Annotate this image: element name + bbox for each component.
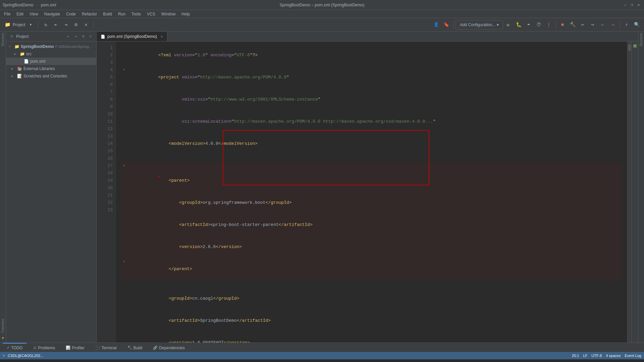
status-left: ⑂ CSDL@CAOGL202... bbox=[3, 354, 44, 358]
run-button[interactable]: ▶ bbox=[504, 20, 513, 29]
right-structure-panel: Structure bbox=[638, 32, 644, 343]
profiler-label: Profiler bbox=[72, 346, 85, 350]
settings-button[interactable]: ⚙ bbox=[71, 20, 80, 29]
project-folder-icon: 📁 bbox=[14, 44, 19, 49]
redo-button[interactable]: ↪ bbox=[588, 20, 597, 29]
tree-item-pom[interactable]: ▶ 📄 pom.xml bbox=[6, 58, 96, 65]
status-bar: ⑂ CSDL@CAOGL202... 25:1 LF UTF-8 4 space… bbox=[0, 352, 644, 359]
menu-edit[interactable]: Edit bbox=[14, 11, 26, 17]
add-configuration-button[interactable]: Add Configuration... ▾ bbox=[455, 20, 503, 29]
favorites-star-icon[interactable]: ★ bbox=[1, 335, 5, 340]
menu-run[interactable]: Run bbox=[115, 11, 128, 17]
problems-icon: ⚠ bbox=[33, 346, 37, 350]
toolbar-separator-3 bbox=[453, 21, 453, 28]
editor-scrollbar[interactable] bbox=[627, 42, 631, 343]
panel-settings-icon[interactable]: ⚙ bbox=[9, 34, 15, 40]
panel-close-icon[interactable]: ✕ bbox=[88, 34, 94, 40]
undo-button[interactable]: ↩ bbox=[578, 20, 587, 29]
profiler-icon: 📊 bbox=[66, 346, 70, 350]
menu-window[interactable]: Window bbox=[159, 11, 178, 17]
code-line-6 bbox=[121, 155, 622, 162]
menu-help[interactable]: Help bbox=[179, 11, 193, 17]
menu-file[interactable]: File bbox=[1, 11, 13, 17]
more-run-button[interactable]: ⋮ bbox=[544, 20, 553, 29]
sync-button[interactable]: ↻ bbox=[41, 20, 50, 29]
tree-label-pom: pom.xml bbox=[30, 59, 45, 64]
expand-button[interactable]: ⇥ bbox=[61, 20, 70, 29]
external-tool-button[interactable]: ⚡ bbox=[622, 20, 631, 29]
bottom-tab-dependencies[interactable]: 🔗 Dependencies bbox=[149, 343, 189, 352]
indent[interactable]: 4 spaces bbox=[606, 354, 621, 358]
bottom-tab-build[interactable]: 🔨 Build bbox=[123, 343, 147, 352]
dependencies-icon: 🔗 bbox=[153, 346, 158, 350]
bottom-tab-todo[interactable]: ✓ TODO bbox=[3, 343, 26, 352]
file-tree-panel: ⚙ Project ⇤ ⇥ ⚙ ✕ ▾ 📁 SpringBootDemo F:\… bbox=[6, 32, 97, 343]
stop-button[interactable]: ■ bbox=[558, 20, 567, 29]
search-button[interactable]: 🔍 bbox=[632, 20, 641, 29]
tab-label: pom.xml (SpringBootDemo) bbox=[107, 34, 157, 39]
app-name: SpringBootDemo bbox=[3, 3, 33, 7]
scroll-thumb[interactable] bbox=[628, 44, 631, 51]
menu-tools[interactable]: Tools bbox=[129, 11, 144, 17]
menu-view[interactable]: View bbox=[27, 11, 41, 17]
tree-item-scratches[interactable]: ▶ 📝 Scratches and Consoles bbox=[6, 72, 96, 80]
line-col[interactable]: 25:1 bbox=[572, 354, 579, 358]
event-log[interactable]: Event Log bbox=[625, 354, 641, 358]
panel-expand-icon[interactable]: ⇥ bbox=[73, 34, 79, 40]
code-line-12 bbox=[121, 280, 622, 288]
structure-panel-label[interactable]: Structure bbox=[639, 33, 643, 47]
sidebar-tab-favorites[interactable]: Favorites bbox=[1, 319, 5, 333]
sidebar-tab-structure[interactable]: Structure bbox=[1, 33, 5, 47]
git-icon: ⑂ bbox=[3, 354, 5, 358]
bookmark-button[interactable]: 🔖 bbox=[442, 20, 451, 29]
line-ending: LF bbox=[583, 354, 587, 358]
code-line-13: <groupId>cn.caogl</groupId> bbox=[121, 288, 622, 310]
bottom-tab-profiler[interactable]: 📊 Profiler bbox=[62, 343, 89, 352]
bottom-tab-terminal[interactable]: ⬛ Terminal bbox=[91, 343, 120, 352]
tab-bar: 📄 pom.xml (SpringBootDemo) ✕ bbox=[97, 32, 638, 42]
profile-icon: 👤 bbox=[432, 20, 441, 29]
code-editor[interactable]: 1 2 3 4 5 6 7 8 9 10 11 12 13 14 15 16 1… bbox=[97, 42, 638, 343]
file-valid-indicator bbox=[633, 44, 637, 48]
left-sidebar-tabs: Structure Favorites ★ bbox=[0, 32, 6, 343]
tree-item-external-libs[interactable]: ▶ 📚 External Libraries bbox=[6, 65, 96, 72]
menu-refactor[interactable]: Refactor bbox=[79, 11, 100, 17]
build-button[interactable]: 🔨 bbox=[568, 20, 577, 29]
project-dropdown-arrow[interactable]: ▾ bbox=[26, 20, 35, 29]
tab-close-icon[interactable]: ✕ bbox=[160, 35, 163, 39]
tree-label-root: SpringBootDemo bbox=[21, 44, 54, 49]
menu-navigate[interactable]: Navigate bbox=[42, 11, 63, 17]
code-line-2: ▾ <project xmlns="http://maven.apache.or… bbox=[121, 66, 622, 88]
encoding[interactable]: UTF-8 bbox=[591, 354, 602, 358]
profile-run-button[interactable]: ⏱ bbox=[534, 20, 543, 29]
close-button[interactable]: ✕ bbox=[636, 2, 641, 8]
toolbar-group-run: 👤 🔖 Add Configuration... ▾ ▶ 🐛 ☂ ⏱ ⋮ ■ 🔨… bbox=[432, 20, 641, 29]
toolbar-separator-1 bbox=[38, 21, 38, 28]
tree-arrow-external: ▶ bbox=[11, 67, 15, 71]
git-branch[interactable]: CSDL@CAOGL202... bbox=[8, 354, 44, 358]
panel-gear-icon[interactable]: ⚙ bbox=[80, 34, 86, 40]
tab-filename: pom.xml bbox=[41, 3, 56, 7]
coverage-button[interactable]: ☂ bbox=[524, 20, 533, 29]
minimize-button[interactable]: — bbox=[623, 2, 628, 8]
bottom-tab-problems[interactable]: ⚠ Problems bbox=[29, 343, 59, 352]
tree-arrow-src: ▶ bbox=[14, 52, 18, 56]
menu-code[interactable]: Code bbox=[63, 11, 78, 17]
tree-item-root[interactable]: ▾ 📁 SpringBootDemo F:\IDEA\csdn\Spring..… bbox=[6, 43, 96, 50]
title-bar: SpringBootDemo – pom.xml SpringBootDemo … bbox=[0, 0, 644, 10]
menu-vcs[interactable]: VCS bbox=[144, 11, 158, 17]
collapse-button[interactable]: ⇤ bbox=[51, 20, 60, 29]
library-icon: 📚 bbox=[17, 66, 22, 71]
tab-pom-xml[interactable]: 📄 pom.xml (SpringBootDemo) ✕ bbox=[97, 32, 167, 41]
debug-button[interactable]: 🐛 bbox=[514, 20, 523, 29]
toolbar-group-nav: ↻ ⇤ ⇥ ⚙ ✕ bbox=[41, 20, 91, 29]
panel-collapse-icon[interactable]: ⇤ bbox=[65, 34, 71, 40]
back-button[interactable]: ← bbox=[598, 20, 607, 29]
close-panel-button[interactable]: ✕ bbox=[81, 20, 91, 29]
menu-build[interactable]: Build bbox=[100, 11, 115, 17]
tree-item-src[interactable]: ▶ 📁 src bbox=[6, 50, 96, 58]
line-numbers: 1 2 3 4 5 6 7 8 9 10 11 12 13 14 15 16 1… bbox=[100, 42, 116, 343]
maximize-button[interactable]: ❐ bbox=[629, 2, 635, 8]
code-content[interactable]: <?xml version="1.0" encoding="UTF-8"?> ▾… bbox=[116, 42, 627, 343]
forward-button[interactable]: → bbox=[608, 20, 618, 29]
